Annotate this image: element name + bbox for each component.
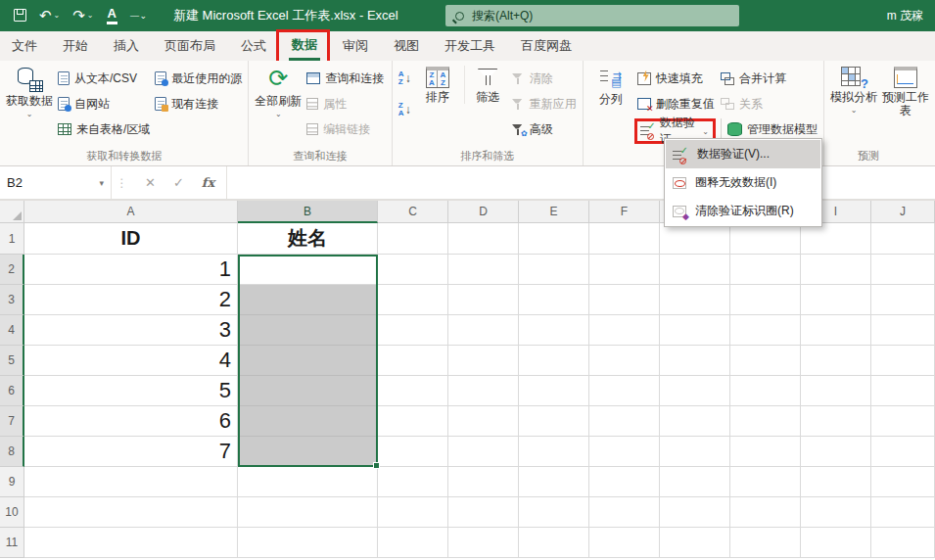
queries-connections-button[interactable]: 查询和连接 bbox=[306, 68, 384, 89]
cell-h2[interactable] bbox=[730, 255, 801, 285]
cell-c11[interactable] bbox=[378, 528, 448, 558]
cell-a10[interactable] bbox=[24, 497, 238, 528]
tab-formulas[interactable]: 公式 bbox=[241, 37, 266, 55]
flash-fill-button[interactable]: 快速填充 bbox=[637, 68, 716, 89]
cell-i7[interactable] bbox=[801, 406, 871, 437]
formula-input[interactable] bbox=[227, 166, 935, 199]
cell-e7[interactable] bbox=[519, 406, 589, 437]
save-icon[interactable] bbox=[14, 9, 26, 22]
cell-d3[interactable] bbox=[448, 285, 519, 315]
column-header-b[interactable]: B bbox=[238, 201, 378, 223]
cell-d2[interactable] bbox=[448, 255, 519, 285]
cell-i8[interactable] bbox=[801, 437, 871, 467]
forecast-sheet-button[interactable]: 预测工作表 bbox=[882, 66, 929, 118]
cell-d9[interactable] bbox=[448, 467, 519, 497]
tab-file[interactable]: 文件 bbox=[12, 37, 37, 55]
customize-qat-icon[interactable]: — ⌄ bbox=[130, 11, 146, 21]
cell-h1[interactable] bbox=[730, 223, 801, 255]
cell-c10[interactable] bbox=[378, 497, 448, 528]
column-header-j[interactable]: J bbox=[871, 201, 935, 223]
row-header-4[interactable]: 4 bbox=[0, 315, 24, 346]
cell-a3[interactable]: 2 bbox=[24, 285, 238, 315]
get-data-button[interactable]: 获取数据 ⌄ bbox=[6, 66, 53, 119]
tab-data[interactable]: 数据 bbox=[292, 36, 317, 56]
cell-e2[interactable] bbox=[519, 255, 589, 285]
cell-j11[interactable] bbox=[871, 528, 935, 558]
row-header-1[interactable]: 1 bbox=[0, 223, 24, 255]
cell-e9[interactable] bbox=[519, 467, 589, 497]
cell-b4-selected[interactable] bbox=[238, 315, 378, 346]
cell-h9[interactable] bbox=[730, 467, 801, 497]
row-header-7[interactable]: 7 bbox=[0, 406, 24, 437]
cell-i2[interactable] bbox=[801, 255, 871, 285]
cancel-entry-icon[interactable]: ✕ bbox=[145, 175, 156, 190]
menu-item-data-validation[interactable]: ✓ 数据验证(V)... bbox=[666, 140, 820, 168]
cell-h4[interactable] bbox=[730, 315, 801, 346]
cell-j3[interactable] bbox=[871, 285, 935, 315]
cell-g6[interactable] bbox=[660, 376, 730, 406]
search-input[interactable]: 搜索(Alt+Q) bbox=[445, 5, 739, 26]
cell-a1[interactable]: ID bbox=[24, 223, 238, 255]
cell-i6[interactable] bbox=[801, 376, 871, 406]
tab-baidu-netdisk[interactable]: 百度网盘 bbox=[521, 37, 572, 55]
column-header-a[interactable]: A bbox=[24, 201, 238, 223]
cell-f11[interactable] bbox=[589, 528, 660, 558]
undo-button[interactable]: ↶⌄ bbox=[39, 8, 60, 23]
cell-d6[interactable] bbox=[448, 376, 519, 406]
cell-h3[interactable] bbox=[730, 285, 801, 315]
cell-a4[interactable]: 3 bbox=[24, 315, 238, 346]
filter-button[interactable]: 筛选 bbox=[464, 66, 507, 104]
cell-g7[interactable] bbox=[660, 406, 730, 437]
from-table-range-button[interactable]: 来自表格/区域 bbox=[58, 118, 150, 140]
cell-c1[interactable] bbox=[378, 223, 448, 255]
cell-e3[interactable] bbox=[519, 285, 589, 315]
text-to-columns-button[interactable]: ⇉▤ 分列 bbox=[589, 66, 632, 106]
column-header-e[interactable]: E bbox=[519, 201, 589, 223]
cell-j10[interactable] bbox=[871, 497, 935, 528]
advanced-filter-button[interactable]: ✿高级 bbox=[512, 118, 577, 140]
cell-j6[interactable] bbox=[871, 376, 935, 406]
cell-b8-selected[interactable] bbox=[238, 437, 378, 467]
cell-a6[interactable]: 5 bbox=[24, 376, 238, 406]
tab-home[interactable]: 开始 bbox=[63, 37, 88, 55]
cell-g8[interactable] bbox=[660, 437, 730, 467]
formula-bar-grip[interactable]: ⋮ bbox=[112, 166, 133, 199]
cell-j9[interactable] bbox=[871, 467, 935, 497]
cell-e10[interactable] bbox=[519, 497, 589, 528]
row-header-2[interactable]: 2 bbox=[0, 255, 24, 285]
tab-page-layout[interactable]: 页面布局 bbox=[164, 37, 215, 55]
cell-f7[interactable] bbox=[589, 406, 660, 437]
cell-h7[interactable] bbox=[730, 406, 801, 437]
consolidate-button[interactable]: 合并计算 bbox=[721, 68, 818, 89]
redo-button[interactable]: ↷⌄ bbox=[72, 8, 93, 23]
cell-i10[interactable] bbox=[801, 497, 871, 528]
cell-g4[interactable] bbox=[660, 315, 730, 346]
cell-f9[interactable] bbox=[589, 467, 660, 497]
cell-h6[interactable] bbox=[730, 376, 801, 406]
cell-b5-selected[interactable] bbox=[238, 346, 378, 376]
cell-f5[interactable] bbox=[589, 346, 660, 376]
cell-d10[interactable] bbox=[448, 497, 519, 528]
font-color-icon[interactable]: A bbox=[107, 7, 117, 23]
cell-g5[interactable] bbox=[660, 346, 730, 376]
cell-j2[interactable] bbox=[871, 255, 935, 285]
cell-g2[interactable] bbox=[660, 255, 730, 285]
cell-d5[interactable] bbox=[448, 346, 519, 376]
row-header-3[interactable]: 3 bbox=[0, 285, 24, 315]
cell-e8[interactable] bbox=[519, 437, 589, 467]
fill-handle[interactable] bbox=[373, 462, 380, 469]
row-header-10[interactable]: 10 bbox=[0, 497, 24, 528]
cell-h8[interactable] bbox=[730, 437, 801, 467]
cell-h5[interactable] bbox=[730, 346, 801, 376]
cell-f3[interactable] bbox=[589, 285, 660, 315]
cell-c5[interactable] bbox=[378, 346, 448, 376]
refresh-all-button[interactable]: ⟳ 全部刷新 ⌄ bbox=[255, 66, 302, 119]
cell-c6[interactable] bbox=[378, 376, 448, 406]
cell-a2[interactable]: 1 bbox=[24, 255, 238, 285]
name-box[interactable]: B2 ▾ bbox=[0, 166, 112, 199]
cell-e1[interactable] bbox=[519, 223, 589, 255]
cell-d11[interactable] bbox=[448, 528, 519, 558]
tab-insert[interactable]: 插入 bbox=[114, 37, 139, 55]
sort-az-button[interactable]: AZ↓ bbox=[398, 68, 411, 89]
existing-connections-button[interactable]: 现有连接 bbox=[155, 93, 242, 115]
